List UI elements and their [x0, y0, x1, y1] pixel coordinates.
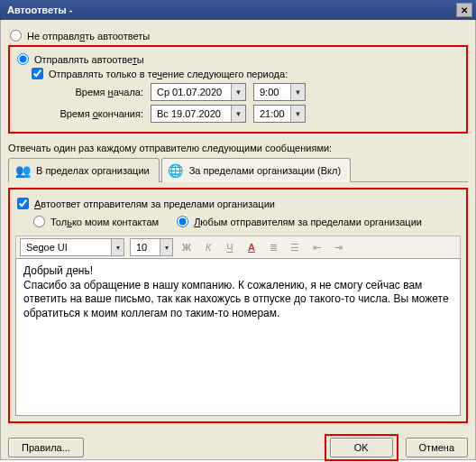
- underline-button[interactable]: Ч: [222, 239, 238, 255]
- check-period-label: Отправлять только в течение следующего п…: [49, 69, 288, 79]
- format-toolbar: Segoe UI ▾ 10 ▾ Ж К Ч А ≣ ☰ ⇤ ⇥: [15, 236, 461, 258]
- font-size-value: 10: [131, 242, 160, 253]
- date-grid: Время начала: Ср 01.07.2020 ▼ 9:00 ▼ Вре…: [42, 83, 461, 123]
- end-label: Время окончания:: [42, 108, 151, 119]
- tab-inside-org[interactable]: 👥 В пределах организации: [8, 158, 160, 182]
- check-outside-enable-label: Автоответ отправителям за пределами орга…: [34, 199, 275, 209]
- sub-radio-group: Только моим контактам Любым отправителям…: [32, 213, 461, 230]
- radio-any-sender[interactable]: [177, 216, 188, 227]
- radio-only-contacts-label: Только моим контактам: [50, 217, 159, 227]
- outdent-icon[interactable]: ⇤: [308, 239, 325, 255]
- font-family-value: Segoe UI: [21, 242, 111, 253]
- start-label: Время начала:: [42, 87, 151, 97]
- radio-send[interactable]: [17, 53, 29, 65]
- user-icon: 👥: [14, 162, 31, 179]
- radio-only-contacts-row[interactable]: Только моим контактам: [32, 216, 159, 227]
- radio-any-sender-row[interactable]: Любым отправителям за пределами организа…: [175, 216, 422, 227]
- end-date-combo[interactable]: Вс 19.07.2020 ▼: [151, 105, 246, 123]
- end-time-combo[interactable]: 21:00 ▼: [253, 105, 306, 123]
- chevron-down-icon[interactable]: ▾: [111, 239, 124, 255]
- close-icon[interactable]: ✕: [456, 3, 472, 17]
- ok-button[interactable]: OK: [330, 438, 393, 457]
- bold-button[interactable]: Ж: [178, 239, 195, 255]
- radio-send-autoreplies[interactable]: Отправлять автоответы: [15, 53, 461, 65]
- indent-icon[interactable]: ⇥: [330, 239, 346, 255]
- window-title: Автоответы -: [4, 5, 456, 15]
- tab-outside-org[interactable]: 🌐 За пределами организации (Вкл): [161, 158, 351, 182]
- radio-dont-send-label: Не отправлять автоответы: [27, 31, 150, 42]
- check-outside-enable-row[interactable]: Автоответ отправителям за пределами орга…: [15, 198, 461, 209]
- radio-only-contacts[interactable]: [33, 216, 45, 227]
- italic-button[interactable]: К: [200, 239, 216, 255]
- radio-any-sender-label: Любым отправителям за пределами организа…: [194, 217, 422, 227]
- section-label: Отвечать один раз каждому отправителю сл…: [8, 143, 468, 153]
- check-period-row[interactable]: Отправлять только в течение следующего п…: [30, 68, 461, 79]
- start-date-combo[interactable]: Ср 01.07.2020 ▼: [151, 83, 246, 101]
- tab-inside-label: В пределах организации: [36, 165, 150, 176]
- chevron-down-icon[interactable]: ▼: [231, 106, 245, 122]
- chevron-down-icon[interactable]: ▼: [290, 84, 305, 100]
- window-body: Не отправлять автоответы Отправлять авто…: [0, 20, 476, 460]
- font-family-select[interactable]: Segoe UI ▾: [20, 238, 124, 256]
- globe-icon: 🌐: [168, 162, 184, 179]
- message-editor[interactable]: Добрый день! Спасибо за обращение в нашу…: [15, 258, 461, 416]
- tab-outside-label: За пределами организации (Вкл): [189, 165, 341, 176]
- start-time-value: 9:00: [254, 87, 290, 97]
- start-date-value: Ср 01.07.2020: [151, 87, 231, 97]
- font-size-select[interactable]: 10 ▾: [130, 238, 173, 256]
- tabs: 👥 В пределах организации 🌐 За пределами …: [8, 157, 468, 182]
- bullets-icon[interactable]: ≣: [265, 239, 281, 255]
- highlight-ok: OK: [325, 434, 398, 461]
- bottom-bar: Правила... OK Отмена: [8, 434, 468, 461]
- chevron-down-icon[interactable]: ▾: [160, 239, 172, 255]
- radio-dont-send[interactable]: [10, 30, 22, 42]
- end-time-value: 21:00: [254, 108, 290, 119]
- check-outside-enable[interactable]: [17, 198, 29, 209]
- start-time-combo[interactable]: 9:00 ▼: [253, 83, 306, 101]
- numbering-icon[interactable]: ☰: [287, 239, 303, 255]
- radio-dont-send-autoreplies[interactable]: Не отправлять автоответы: [8, 30, 468, 42]
- highlight-outside-section: Автоответ отправителям за пределами орга…: [8, 188, 468, 423]
- chevron-down-icon[interactable]: ▼: [231, 84, 245, 100]
- chevron-down-icon[interactable]: ▼: [290, 106, 305, 122]
- end-date-value: Вс 19.07.2020: [151, 108, 231, 119]
- check-period[interactable]: [32, 68, 43, 79]
- cancel-button[interactable]: Отмена: [406, 438, 468, 457]
- titlebar: Автоответы - ✕: [0, 0, 476, 20]
- radio-send-label: Отправлять автоответы: [34, 54, 144, 65]
- highlight-send-section: Отправлять автоответы Отправлять только …: [8, 45, 468, 134]
- rules-button[interactable]: Правила...: [8, 438, 84, 457]
- font-color-button[interactable]: А: [243, 239, 260, 255]
